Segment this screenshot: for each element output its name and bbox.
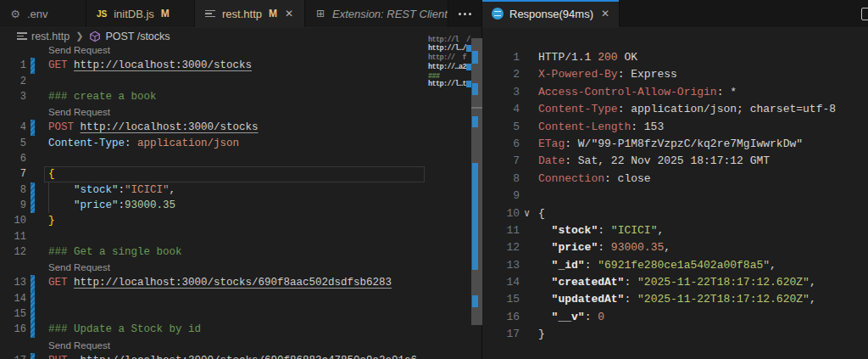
codelens-row[interactable]: Send Request [0, 104, 426, 120]
line-number: 7 [482, 153, 520, 170]
code-line[interactable]: 12### Get a single book [0, 244, 426, 260]
line-number: 13 [482, 257, 520, 274]
response-line[interactable]: 11 "stock": "ICICI", [482, 222, 868, 239]
response-line[interactable]: 10∨{ [482, 205, 868, 222]
code-line[interactable]: 17PUT http://localhost:3000/stocks/690f8… [0, 353, 426, 359]
response-editor[interactable]: 1HTTP/1.1 200 OK2X-Powered-By: Express3A… [482, 49, 868, 344]
minimap-line: http://l / [428, 36, 470, 44]
code-line[interactable]: 13GET http://localhost:3000/stocks/690f8… [0, 275, 426, 290]
minimap-line: http:// f [428, 53, 466, 62]
more-actions-button[interactable] [448, 0, 481, 27]
git-modified-gutter [31, 322, 35, 337]
overview-ruler-modified-mark [472, 83, 478, 95]
code-line[interactable]: 3### create a book [0, 89, 426, 104]
git-modified-gutter [31, 58, 35, 73]
response-line[interactable]: 14 "createdAt": "2025-11-22T18:17:12.620… [482, 274, 868, 291]
line-number: 9 [0, 198, 26, 213]
response-line[interactable]: 4Content-Type: application/json; charset… [482, 101, 868, 118]
response-icon [491, 7, 504, 20]
code-line[interactable]: 8 "stock":"ICICI", [0, 182, 426, 198]
line-number: 10 [482, 205, 520, 222]
tab-rest-http[interactable]: rest.http M [195, 0, 305, 27]
response-line[interactable]: 17} [482, 326, 868, 343]
response-line[interactable]: 7Date: Sat, 22 Nov 2025 18:17:12 GMT [482, 153, 868, 170]
codelens-row[interactable]: Send Request [0, 338, 426, 353]
response-line[interactable]: 1HTTP/1.1 200 OK [482, 49, 868, 66]
line-number: 6 [0, 151, 26, 166]
line-number: 8 [482, 171, 520, 188]
tab-label: Extension: REST Client [332, 8, 448, 20]
ellipsis-icon [459, 13, 471, 15]
line-number: 16 [482, 309, 520, 326]
response-line[interactable]: 8Connection: close [482, 171, 868, 188]
breadcrumb-symbol[interactable]: POST /stocks [105, 31, 170, 42]
code-line[interactable]: 5Content-Type: application/json [0, 136, 426, 151]
git-modified-gutter [31, 306, 35, 322]
response-line[interactable]: 2X-Powered-By: Express [482, 66, 868, 83]
git-modified-gutter [31, 120, 35, 135]
editor-group-right: Response(94ms) 1HTTP/1.1 200 OK2X-Powere… [482, 0, 868, 359]
code-line[interactable]: 16### Update a Stock by id [0, 322, 426, 337]
tab-extension-rest-client[interactable]: ⊞ Extension: REST Client [305, 0, 448, 27]
line-number: 9 [482, 188, 520, 205]
editor-group-left: ⚙ .env JS initDB.js M rest.http M ⊞ Exte… [0, 0, 482, 359]
code-line[interactable]: 9 "price":93000.35 [0, 198, 426, 213]
code-line[interactable]: 6 [0, 151, 426, 166]
tab-response[interactable]: Response(94ms) [482, 0, 620, 27]
response-line[interactable]: 6ETag: W/"99-P1M8fzVzpzC/kq2re7MgIwwrkDw… [482, 136, 868, 153]
scrollbar-left-editor[interactable] [471, 28, 482, 359]
http-file-icon [203, 7, 217, 20]
split-editor-icon[interactable] [861, 8, 868, 20]
tabbar-left: ⚙ .env JS initDB.js M rest.http M ⊞ Exte… [0, 0, 481, 28]
response-line[interactable]: 12 "price": 93000.35, [482, 239, 868, 256]
code-line[interactable]: 15 [0, 306, 426, 322]
line-number: 10 [0, 213, 26, 228]
response-line[interactable]: 13 "_id": "6921fe280ce1a5402a00f8a5", [482, 257, 868, 274]
git-modified-gutter [31, 275, 35, 290]
breadcrumb-file[interactable]: rest.http [31, 31, 70, 42]
gear-icon: ⚙ [8, 7, 22, 20]
codelens-row[interactable]: Send Request [0, 260, 426, 275]
response-line[interactable]: 15 "updatedAt": "2025-11-22T18:17:12.620… [482, 291, 868, 308]
code-line[interactable]: 1GET http://localhost:3000/stocks [0, 58, 426, 73]
send-request-link[interactable]: Send Request [48, 42, 110, 58]
code-line[interactable]: 7{ [0, 166, 426, 182]
line-number: 3 [482, 84, 520, 101]
code-line[interactable]: 10} [0, 213, 426, 228]
minimap-line: http://…a2 [428, 63, 466, 71]
tab-initdb-js[interactable]: JS initDB.js M [86, 0, 195, 27]
line-number: 4 [0, 120, 26, 135]
send-request-link[interactable]: Send Request [48, 338, 110, 353]
fold-chevron-icon[interactable]: ∨ [524, 205, 530, 222]
tab-env[interactable]: ⚙ .env [0, 0, 86, 27]
minimap[interactable]: http://l /http://l…/shttp:// fhttp://…a2… [426, 28, 471, 359]
codelens-row[interactable]: Send Request [0, 42, 426, 58]
code-line[interactable]: 11 [0, 229, 426, 244]
active-tab-indicator [482, 0, 619, 2]
js-icon: JS [95, 7, 108, 20]
line-number: 12 [0, 244, 26, 260]
response-line[interactable]: 9 [482, 188, 868, 205]
send-request-link[interactable]: Send Request [48, 104, 110, 120]
code-line[interactable]: 4POST http://localhost:3000/stocks [0, 120, 426, 135]
send-request-link[interactable]: Send Request [48, 260, 110, 275]
tab-label: rest.http [222, 8, 262, 20]
response-line[interactable]: 5Content-Length: 153 [482, 119, 868, 136]
http-file-icon [17, 31, 27, 42]
close-icon[interactable] [598, 7, 612, 20]
tab-label: .env [27, 8, 48, 20]
extension-icon: ⊞ [314, 7, 327, 20]
rest-http-editor[interactable]: Send Request1GET http://localhost:3000/s… [0, 42, 426, 359]
git-modified-gutter [31, 353, 35, 359]
response-line[interactable]: 16 "__v": 0 [482, 309, 868, 326]
line-number: 15 [482, 291, 520, 308]
response-line[interactable]: 3Access-Control-Allow-Origin: * [482, 84, 868, 101]
line-number: 17 [482, 326, 520, 343]
vscode-editor-area: ⚙ .env JS initDB.js M rest.http M ⊞ Exte… [0, 0, 868, 359]
code-line[interactable]: 2 [0, 74, 426, 89]
scrollbar-separator [471, 107, 482, 109]
code-line[interactable]: 14 [0, 291, 426, 306]
close-icon[interactable] [282, 7, 296, 20]
minimap-line: http://l…/s [428, 44, 470, 53]
line-number: 11 [482, 222, 520, 239]
